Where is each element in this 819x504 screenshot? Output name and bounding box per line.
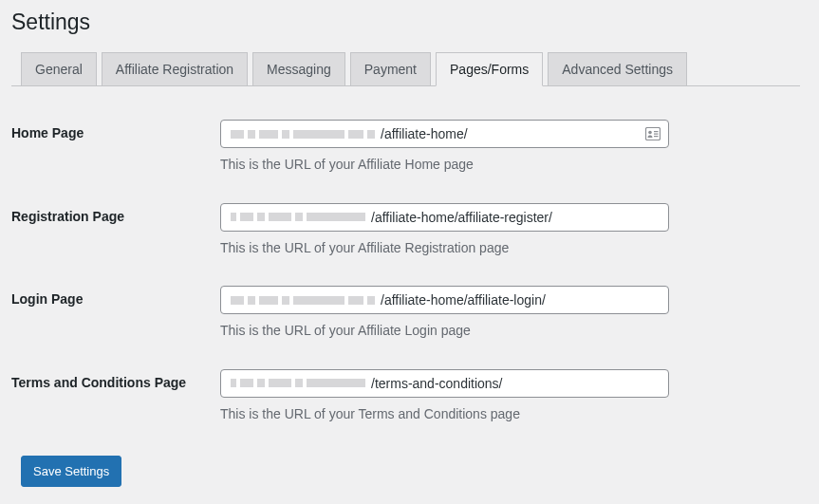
registration-page-field-wrapper bbox=[220, 203, 669, 232]
tab-payment[interactable]: Payment bbox=[350, 52, 431, 86]
registration-page-description: This is the URL of your Affiliate Regist… bbox=[220, 239, 791, 258]
terms-page-description: This is the URL of your Terms and Condit… bbox=[220, 405, 791, 424]
url-prefix-obscured bbox=[221, 121, 381, 147]
tab-general[interactable]: General bbox=[21, 52, 97, 86]
home-page-input[interactable] bbox=[381, 121, 645, 147]
home-page-field-wrapper bbox=[220, 120, 669, 148]
url-prefix-obscured bbox=[221, 370, 371, 397]
svg-rect-3 bbox=[654, 134, 659, 135]
svg-rect-2 bbox=[654, 131, 659, 132]
url-prefix-obscured bbox=[221, 204, 371, 231]
terms-page-label: Terms and Conditions Page bbox=[11, 355, 220, 439]
tab-pages-forms[interactable]: Pages/Forms bbox=[436, 52, 543, 86]
login-page-input[interactable] bbox=[381, 287, 668, 313]
page-title: Settings bbox=[11, 9, 800, 35]
svg-rect-4 bbox=[654, 136, 659, 137]
contact-card-icon[interactable] bbox=[645, 121, 668, 147]
terms-page-field-wrapper bbox=[220, 369, 669, 398]
login-page-field-wrapper bbox=[220, 286, 669, 314]
tab-advanced-settings[interactable]: Advanced Settings bbox=[548, 52, 687, 86]
url-prefix-obscured bbox=[221, 287, 381, 313]
registration-page-input[interactable] bbox=[371, 204, 668, 231]
registration-page-label: Registration Page bbox=[11, 189, 220, 272]
login-page-description: This is the URL of your Affiliate Login … bbox=[220, 322, 791, 341]
tabs-bar: General Affiliate Registration Messaging… bbox=[11, 52, 800, 86]
tab-messaging[interactable]: Messaging bbox=[252, 52, 345, 86]
svg-point-1 bbox=[648, 131, 652, 135]
tab-affiliate-registration[interactable]: Affiliate Registration bbox=[102, 52, 248, 86]
login-page-label: Login Page bbox=[11, 271, 220, 355]
save-settings-button[interactable]: Save Settings bbox=[21, 456, 121, 488]
home-page-label: Home Page bbox=[11, 105, 220, 189]
home-page-description: This is the URL of your Affiliate Home p… bbox=[220, 156, 791, 175]
terms-page-input[interactable] bbox=[371, 370, 668, 397]
